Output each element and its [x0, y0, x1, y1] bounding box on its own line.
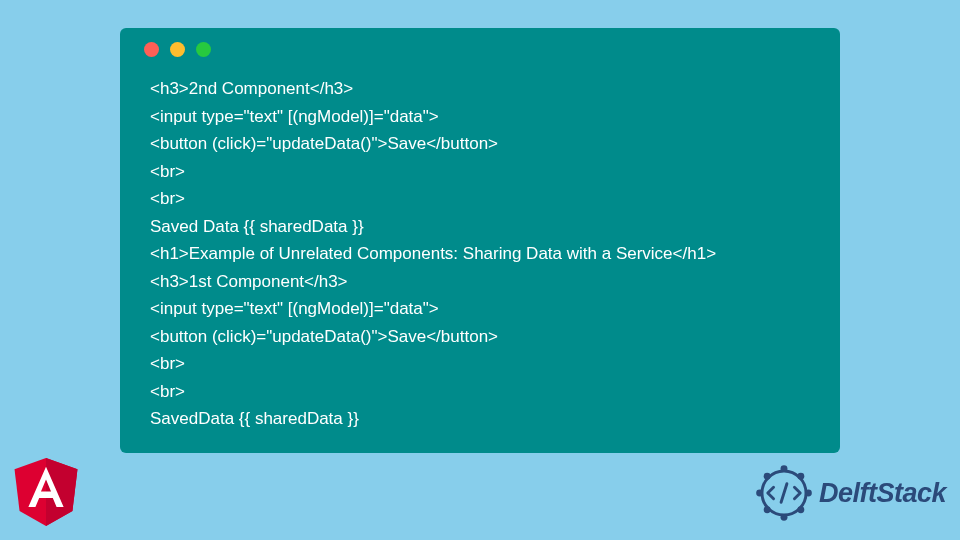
svg-point-7	[780, 514, 787, 521]
delftstack-logo-icon	[755, 464, 813, 522]
code-line: <h3>2nd Component</h3>	[150, 75, 822, 103]
svg-point-10	[764, 473, 771, 480]
svg-point-6	[797, 506, 804, 513]
code-line: <h3>1st Component</h3>	[150, 268, 822, 296]
minimize-dot-icon	[170, 42, 185, 57]
svg-point-5	[805, 490, 812, 497]
code-line: <h1>Example of Unrelated Components: Sha…	[150, 240, 822, 268]
code-line: <input type="text" [(ngModel)]="data">	[150, 103, 822, 131]
code-block: <h3>2nd Component</h3> <input type="text…	[138, 75, 822, 433]
code-line: <button (click)="updateData()">Save</but…	[150, 130, 822, 158]
code-window: <h3>2nd Component</h3> <input type="text…	[120, 28, 840, 453]
window-controls	[138, 42, 822, 57]
angular-logo-icon	[14, 458, 78, 526]
svg-point-8	[764, 506, 771, 513]
code-line: <br>	[150, 185, 822, 213]
close-dot-icon	[144, 42, 159, 57]
svg-point-4	[797, 473, 804, 480]
code-line: <br>	[150, 378, 822, 406]
code-line: <button (click)="updateData()">Save</but…	[150, 323, 822, 351]
code-line: SavedData {{ sharedData }}	[150, 405, 822, 433]
code-line: Saved Data {{ sharedData }}	[150, 213, 822, 241]
svg-point-3	[780, 465, 787, 472]
maximize-dot-icon	[196, 42, 211, 57]
delftstack-branding: DelftStack	[755, 464, 946, 522]
svg-line-11	[781, 484, 787, 503]
code-line: <br>	[150, 350, 822, 378]
code-line: <input type="text" [(ngModel)]="data">	[150, 295, 822, 323]
code-line: <br>	[150, 158, 822, 186]
delftstack-label: DelftStack	[819, 478, 946, 509]
svg-point-9	[756, 490, 763, 497]
